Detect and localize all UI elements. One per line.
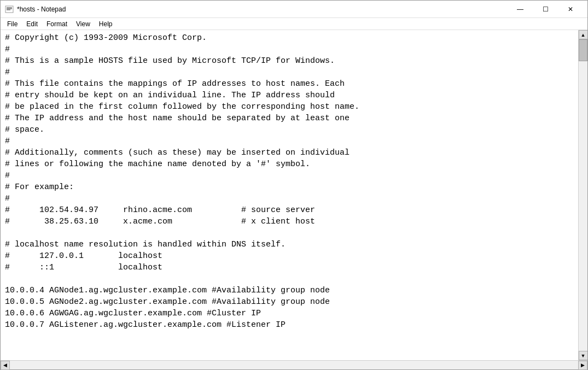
menu-item-edit[interactable]: Edit [22,19,42,29]
menu-item-help[interactable]: Help [95,19,117,29]
window-title: *hosts - Notepad [17,5,508,13]
scroll-up-button[interactable]: ▲ [579,30,588,39]
close-button[interactable]: ✕ [558,1,583,18]
scroll-right-button[interactable]: ▶ [578,361,587,370]
h-scroll-track[interactable] [10,361,578,369]
menu-item-format[interactable]: Format [42,19,72,29]
menu-item-view[interactable]: View [72,19,95,29]
scroll-track[interactable] [579,39,587,351]
text-editor[interactable] [1,30,578,360]
scroll-down-button[interactable]: ▼ [579,351,588,360]
vertical-scrollbar[interactable]: ▲ ▼ [578,30,587,360]
horizontal-scrollbar[interactable]: ◀ ▶ [1,360,587,369]
restore-button[interactable]: ☐ [533,1,558,18]
title-bar: *hosts - Notepad — ☐ ✕ [1,1,587,18]
scroll-left-button[interactable]: ◀ [1,361,10,370]
content-area: ▲ ▼ [1,30,587,360]
window-controls: — ☐ ✕ [508,1,583,18]
svg-rect-0 [5,6,13,13]
minimize-button[interactable]: — [508,1,533,18]
scroll-thumb[interactable] [579,39,587,61]
menu-bar: FileEditFormatViewHelp [1,18,587,30]
app-icon [5,5,14,14]
menu-item-file[interactable]: File [3,19,22,29]
main-window: *hosts - Notepad — ☐ ✕ FileEditFormatVie… [0,0,588,370]
